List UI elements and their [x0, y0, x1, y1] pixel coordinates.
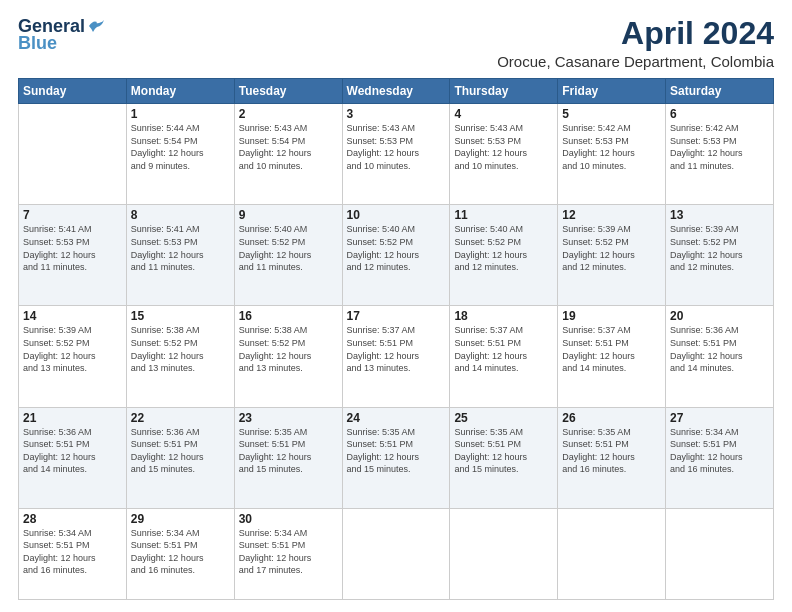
day-number: 12	[562, 208, 661, 222]
day-number: 2	[239, 107, 338, 121]
cell-info: Sunrise: 5:35 AMSunset: 5:51 PMDaylight:…	[454, 426, 553, 476]
calendar-cell: 25Sunrise: 5:35 AMSunset: 5:51 PMDayligh…	[450, 407, 558, 508]
col-header-monday: Monday	[126, 79, 234, 104]
day-number: 6	[670, 107, 769, 121]
cell-info: Sunrise: 5:38 AMSunset: 5:52 PMDaylight:…	[131, 324, 230, 374]
calendar-cell: 27Sunrise: 5:34 AMSunset: 5:51 PMDayligh…	[666, 407, 774, 508]
day-number: 15	[131, 309, 230, 323]
calendar-cell	[342, 508, 450, 599]
calendar-cell: 2Sunrise: 5:43 AMSunset: 5:54 PMDaylight…	[234, 104, 342, 205]
calendar-cell: 30Sunrise: 5:34 AMSunset: 5:51 PMDayligh…	[234, 508, 342, 599]
calendar-header-row: SundayMondayTuesdayWednesdayThursdayFrid…	[19, 79, 774, 104]
calendar-cell: 15Sunrise: 5:38 AMSunset: 5:52 PMDayligh…	[126, 306, 234, 407]
day-number: 3	[347, 107, 446, 121]
cell-info: Sunrise: 5:41 AMSunset: 5:53 PMDaylight:…	[23, 223, 122, 273]
calendar-cell: 13Sunrise: 5:39 AMSunset: 5:52 PMDayligh…	[666, 205, 774, 306]
calendar-cell: 28Sunrise: 5:34 AMSunset: 5:51 PMDayligh…	[19, 508, 127, 599]
calendar-week-row: 21Sunrise: 5:36 AMSunset: 5:51 PMDayligh…	[19, 407, 774, 508]
day-number: 24	[347, 411, 446, 425]
calendar-cell: 16Sunrise: 5:38 AMSunset: 5:52 PMDayligh…	[234, 306, 342, 407]
cell-info: Sunrise: 5:34 AMSunset: 5:51 PMDaylight:…	[239, 527, 338, 577]
day-number: 7	[23, 208, 122, 222]
calendar-cell	[666, 508, 774, 599]
col-header-wednesday: Wednesday	[342, 79, 450, 104]
cell-info: Sunrise: 5:37 AMSunset: 5:51 PMDaylight:…	[562, 324, 661, 374]
day-number: 4	[454, 107, 553, 121]
col-header-tuesday: Tuesday	[234, 79, 342, 104]
calendar-cell: 8Sunrise: 5:41 AMSunset: 5:53 PMDaylight…	[126, 205, 234, 306]
logo: General Blue	[18, 16, 105, 54]
cell-info: Sunrise: 5:36 AMSunset: 5:51 PMDaylight:…	[131, 426, 230, 476]
location: Orocue, Casanare Department, Colombia	[497, 53, 774, 70]
calendar-cell: 21Sunrise: 5:36 AMSunset: 5:51 PMDayligh…	[19, 407, 127, 508]
day-number: 5	[562, 107, 661, 121]
day-number: 17	[347, 309, 446, 323]
day-number: 27	[670, 411, 769, 425]
calendar-cell: 4Sunrise: 5:43 AMSunset: 5:53 PMDaylight…	[450, 104, 558, 205]
calendar-cell: 23Sunrise: 5:35 AMSunset: 5:51 PMDayligh…	[234, 407, 342, 508]
cell-info: Sunrise: 5:34 AMSunset: 5:51 PMDaylight:…	[131, 527, 230, 577]
cell-info: Sunrise: 5:42 AMSunset: 5:53 PMDaylight:…	[670, 122, 769, 172]
calendar-cell: 1Sunrise: 5:44 AMSunset: 5:54 PMDaylight…	[126, 104, 234, 205]
day-number: 26	[562, 411, 661, 425]
cell-info: Sunrise: 5:35 AMSunset: 5:51 PMDaylight:…	[239, 426, 338, 476]
day-number: 23	[239, 411, 338, 425]
day-number: 1	[131, 107, 230, 121]
cell-info: Sunrise: 5:37 AMSunset: 5:51 PMDaylight:…	[347, 324, 446, 374]
cell-info: Sunrise: 5:34 AMSunset: 5:51 PMDaylight:…	[23, 527, 122, 577]
cell-info: Sunrise: 5:35 AMSunset: 5:51 PMDaylight:…	[347, 426, 446, 476]
calendar-cell: 10Sunrise: 5:40 AMSunset: 5:52 PMDayligh…	[342, 205, 450, 306]
cell-info: Sunrise: 5:34 AMSunset: 5:51 PMDaylight:…	[670, 426, 769, 476]
calendar-cell: 5Sunrise: 5:42 AMSunset: 5:53 PMDaylight…	[558, 104, 666, 205]
col-header-friday: Friday	[558, 79, 666, 104]
calendar-cell: 9Sunrise: 5:40 AMSunset: 5:52 PMDaylight…	[234, 205, 342, 306]
calendar-cell: 20Sunrise: 5:36 AMSunset: 5:51 PMDayligh…	[666, 306, 774, 407]
calendar-cell: 26Sunrise: 5:35 AMSunset: 5:51 PMDayligh…	[558, 407, 666, 508]
title-block: April 2024 Orocue, Casanare Department, …	[497, 16, 774, 70]
cell-info: Sunrise: 5:43 AMSunset: 5:53 PMDaylight:…	[347, 122, 446, 172]
calendar-cell: 18Sunrise: 5:37 AMSunset: 5:51 PMDayligh…	[450, 306, 558, 407]
day-number: 28	[23, 512, 122, 526]
cell-info: Sunrise: 5:35 AMSunset: 5:51 PMDaylight:…	[562, 426, 661, 476]
month-year: April 2024	[497, 16, 774, 51]
cell-info: Sunrise: 5:42 AMSunset: 5:53 PMDaylight:…	[562, 122, 661, 172]
logo-blue: Blue	[18, 33, 57, 54]
day-number: 10	[347, 208, 446, 222]
cell-info: Sunrise: 5:41 AMSunset: 5:53 PMDaylight:…	[131, 223, 230, 273]
calendar-cell: 3Sunrise: 5:43 AMSunset: 5:53 PMDaylight…	[342, 104, 450, 205]
calendar-cell: 24Sunrise: 5:35 AMSunset: 5:51 PMDayligh…	[342, 407, 450, 508]
calendar-week-row: 28Sunrise: 5:34 AMSunset: 5:51 PMDayligh…	[19, 508, 774, 599]
day-number: 21	[23, 411, 122, 425]
col-header-sunday: Sunday	[19, 79, 127, 104]
header: General Blue April 2024 Orocue, Casanare…	[18, 16, 774, 70]
calendar-cell: 17Sunrise: 5:37 AMSunset: 5:51 PMDayligh…	[342, 306, 450, 407]
day-number: 19	[562, 309, 661, 323]
calendar-cell: 12Sunrise: 5:39 AMSunset: 5:52 PMDayligh…	[558, 205, 666, 306]
calendar-cell	[19, 104, 127, 205]
calendar-cell: 7Sunrise: 5:41 AMSunset: 5:53 PMDaylight…	[19, 205, 127, 306]
col-header-saturday: Saturday	[666, 79, 774, 104]
cell-info: Sunrise: 5:39 AMSunset: 5:52 PMDaylight:…	[670, 223, 769, 273]
day-number: 20	[670, 309, 769, 323]
cell-info: Sunrise: 5:39 AMSunset: 5:52 PMDaylight:…	[562, 223, 661, 273]
calendar-week-row: 7Sunrise: 5:41 AMSunset: 5:53 PMDaylight…	[19, 205, 774, 306]
cell-info: Sunrise: 5:36 AMSunset: 5:51 PMDaylight:…	[670, 324, 769, 374]
cell-info: Sunrise: 5:40 AMSunset: 5:52 PMDaylight:…	[347, 223, 446, 273]
day-number: 29	[131, 512, 230, 526]
cell-info: Sunrise: 5:37 AMSunset: 5:51 PMDaylight:…	[454, 324, 553, 374]
page: General Blue April 2024 Orocue, Casanare…	[0, 0, 792, 612]
calendar-week-row: 14Sunrise: 5:39 AMSunset: 5:52 PMDayligh…	[19, 306, 774, 407]
day-number: 18	[454, 309, 553, 323]
day-number: 22	[131, 411, 230, 425]
cell-info: Sunrise: 5:40 AMSunset: 5:52 PMDaylight:…	[239, 223, 338, 273]
day-number: 13	[670, 208, 769, 222]
cell-info: Sunrise: 5:36 AMSunset: 5:51 PMDaylight:…	[23, 426, 122, 476]
day-number: 11	[454, 208, 553, 222]
calendar-week-row: 1Sunrise: 5:44 AMSunset: 5:54 PMDaylight…	[19, 104, 774, 205]
calendar-cell	[450, 508, 558, 599]
day-number: 14	[23, 309, 122, 323]
logo-bird-icon	[87, 18, 105, 34]
calendar-cell: 11Sunrise: 5:40 AMSunset: 5:52 PMDayligh…	[450, 205, 558, 306]
calendar-cell: 29Sunrise: 5:34 AMSunset: 5:51 PMDayligh…	[126, 508, 234, 599]
calendar-cell: 6Sunrise: 5:42 AMSunset: 5:53 PMDaylight…	[666, 104, 774, 205]
